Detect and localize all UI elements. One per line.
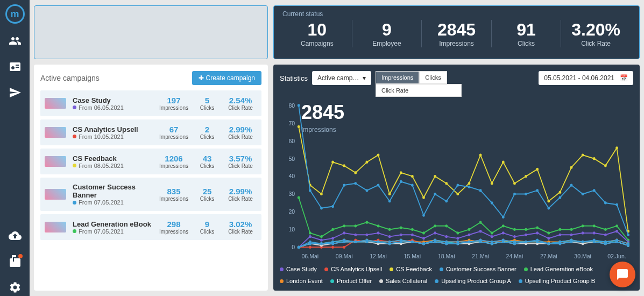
svg-point-310: [536, 241, 539, 243]
create-campaign-button[interactable]: ✚ Create campaign: [192, 71, 261, 85]
svg-point-292: [331, 242, 334, 245]
svg-point-37: [502, 161, 505, 164]
svg-point-21: [320, 193, 323, 195]
svg-point-297: [388, 242, 391, 245]
svg-point-94: [468, 228, 471, 231]
nav-people-icon[interactable]: [9, 34, 22, 50]
svg-point-300: [422, 242, 425, 245]
svg-point-306: [491, 242, 493, 245]
nav-cloud-upload-icon[interactable]: [9, 229, 22, 244]
svg-text:10: 10: [288, 226, 295, 233]
svg-point-69: [525, 193, 527, 195]
calendar-icon: 📅: [620, 74, 628, 82]
svg-text:0: 0: [292, 244, 295, 251]
date-range-input[interactable]: 05.05.2021 - 04.06.2021 📅: [539, 71, 633, 85]
header-empty-box: [34, 5, 268, 59]
svg-text:24.Mai: 24.Mai: [506, 253, 523, 260]
svg-point-95: [479, 221, 482, 224]
tab-clicks[interactable]: Clicks: [419, 71, 447, 84]
nav-send-icon[interactable]: [9, 86, 22, 101]
chart-panel: Statistics Active camp… ▾ Impressions Cl…: [273, 65, 640, 291]
svg-point-302: [445, 242, 448, 245]
svg-point-24: [354, 171, 357, 174]
campaign-impressions: 67Impressions: [157, 125, 190, 140]
svg-point-127: [502, 231, 505, 234]
campaign-row[interactable]: Customer Success Banner From 07.05.2021 …: [40, 178, 261, 211]
svg-point-64: [468, 186, 471, 188]
logo[interactable]: m: [5, 4, 25, 24]
svg-point-74: [582, 193, 584, 195]
campaign-row[interactable]: CS Feedback From 08.05.2021 1206Impressi…: [40, 149, 261, 174]
tab-impressions[interactable]: Impressions: [376, 71, 419, 84]
svg-point-42: [559, 191, 562, 194]
svg-point-114: [354, 234, 357, 236]
campaign-rate: 3.57%Click Rate: [224, 154, 257, 169]
legend-item: Customer Success Banner: [440, 266, 516, 272]
svg-point-46: [604, 164, 607, 167]
svg-point-51: [320, 207, 323, 209]
campaign-row[interactable]: Lead Generation eBook From 07.05.2021 29…: [40, 214, 261, 240]
chat-button[interactable]: [610, 262, 635, 287]
svg-text:30.Mai: 30.Mai: [574, 253, 591, 260]
notification-badge: [18, 254, 23, 258]
nav-mailbox-icon[interactable]: [9, 255, 22, 270]
svg-point-50: [309, 189, 312, 192]
campaign-thumbnail: [45, 127, 66, 138]
svg-point-298: [400, 241, 402, 243]
metric-tab-group: Impressions Clicks Click Rate: [376, 71, 462, 97]
campaign-row[interactable]: CS Analytics Upsell From 10.05.2021 67Im…: [40, 119, 261, 145]
nav-settings-icon[interactable]: [9, 281, 22, 296]
chart-legend: Case StudyCS Analytics UpsellCS Feedback…: [280, 263, 633, 284]
svg-point-34: [468, 182, 471, 185]
svg-point-28: [400, 171, 402, 174]
svg-text:06.Mai: 06.Mai: [301, 253, 319, 260]
status-metric: 3.20%Click Rate: [561, 20, 631, 47]
campaign-rate: 2.99%Click Rate: [224, 187, 257, 202]
svg-point-72: [559, 196, 562, 199]
svg-point-304: [468, 241, 471, 243]
svg-point-68: [513, 193, 516, 195]
svg-point-19: [298, 125, 300, 128]
svg-point-128: [513, 235, 516, 238]
chart-total-value: 2845: [301, 101, 344, 124]
svg-point-56: [377, 184, 380, 186]
svg-point-62: [445, 200, 448, 202]
svg-point-33: [457, 193, 459, 195]
svg-point-87: [388, 228, 391, 231]
svg-point-76: [604, 201, 607, 204]
legend-item: Product Offer: [330, 278, 372, 284]
svg-point-130: [536, 231, 539, 234]
campaign-select[interactable]: Active camp… ▾: [312, 71, 371, 85]
tab-click-rate[interactable]: Click Rate: [376, 84, 462, 97]
svg-point-26: [377, 153, 380, 156]
svg-point-103: [570, 228, 573, 231]
status-metric: 10Campaigns: [282, 20, 352, 47]
campaign-row[interactable]: Case Study From 06.05.2021 197Impression…: [40, 90, 261, 116]
svg-point-31: [434, 175, 436, 178]
svg-point-61: [434, 193, 436, 195]
nav-id-icon[interactable]: [9, 60, 22, 75]
svg-point-59: [411, 184, 414, 186]
svg-point-106: [604, 228, 607, 231]
campaign-date: From 07.05.2021: [73, 228, 157, 235]
svg-point-314: [582, 241, 584, 243]
svg-point-120: [422, 237, 425, 239]
legend-item: Case Study: [280, 266, 317, 272]
svg-point-303: [457, 242, 459, 245]
svg-point-111: [320, 239, 323, 242]
svg-point-49: [298, 104, 300, 107]
campaign-date: From 08.05.2021: [73, 163, 157, 169]
svg-point-22: [331, 161, 334, 164]
svg-point-291: [320, 242, 323, 245]
campaign-date: From 10.05.2021: [73, 133, 157, 140]
svg-point-23: [343, 164, 345, 167]
svg-point-112: [331, 237, 334, 239]
svg-point-29: [411, 175, 414, 178]
svg-point-318: [627, 244, 629, 246]
svg-point-58: [400, 180, 402, 183]
svg-text:15.Mai: 15.Mai: [404, 253, 421, 260]
svg-point-73: [570, 184, 573, 186]
svg-text:50: 50: [288, 155, 295, 162]
campaign-thumbnail: [45, 222, 66, 232]
svg-point-25: [366, 161, 369, 164]
